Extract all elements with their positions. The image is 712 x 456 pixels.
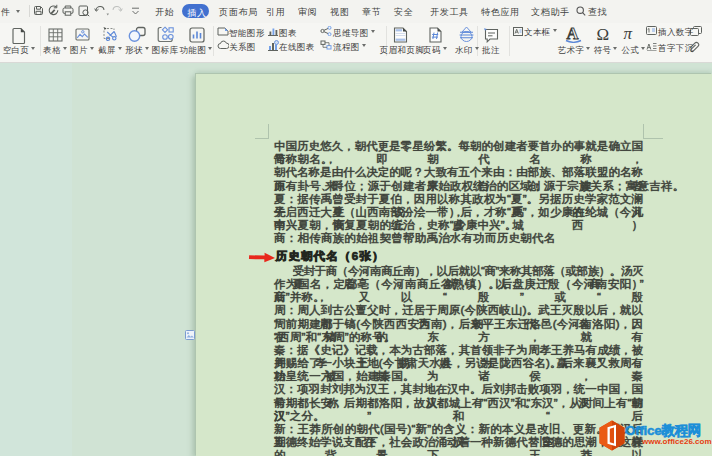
svg-text:A: A xyxy=(567,25,579,43)
svg-text:Ω: Ω xyxy=(597,25,610,42)
svg-text:π: π xyxy=(624,25,633,42)
